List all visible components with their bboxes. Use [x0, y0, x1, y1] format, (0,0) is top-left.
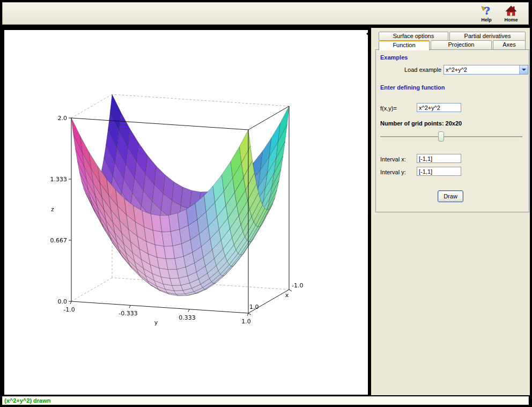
plot-panel [4, 30, 368, 395]
tab-projection[interactable]: Projection [431, 40, 492, 50]
draw-button[interactable]: Draw [438, 190, 463, 202]
load-example-combobox[interactable]: x^2+y^2 [444, 65, 528, 75]
combobox-value: x^2+y^2 [446, 66, 518, 73]
settings-panel: Surface options Partial derivatives Func… [371, 28, 530, 395]
tab-row-secondary: Surface options Partial derivatives [379, 32, 526, 40]
home-button[interactable]: Home [500, 4, 522, 24]
slider-track[interactable] [380, 136, 522, 137]
grid-points-label: Number of grid points: 20x20 [380, 120, 462, 127]
load-example-label: Load example [380, 66, 441, 73]
home-icon [500, 4, 522, 17]
chevron-down-icon [522, 69, 526, 71]
status-text: (x^2+y^2) drawn [4, 397, 51, 404]
combobox-dropdown-button[interactable] [519, 65, 528, 74]
status-bar: (x^2+y^2) drawn [2, 396, 529, 405]
tab-surface-options[interactable]: Surface options [379, 32, 448, 40]
help-label: Help [476, 17, 497, 23]
tab-row-primary: Function Projection Axes [379, 40, 526, 50]
grid-points-slider[interactable] [380, 131, 522, 142]
define-section-title: Enter defining function [380, 84, 445, 91]
interval-x-input[interactable] [417, 154, 461, 163]
function-tab-page: Examples Load example x^2+y^2 Enter defi… [375, 49, 529, 212]
fxy-label: f(x,y)= [380, 105, 397, 112]
tab-partial-derivatives[interactable]: Partial derivatives [449, 32, 526, 40]
interval-y-input[interactable] [417, 167, 461, 176]
interval-x-label: Interval x: [380, 156, 406, 162]
grid-slider-thumb[interactable] [438, 131, 444, 142]
examples-section-title: Examples [380, 54, 408, 61]
interval-y-label: Interval y: [380, 169, 406, 175]
help-icon: ? [476, 4, 497, 17]
tab-function[interactable]: Function [379, 40, 430, 50]
panel-collapse-handle[interactable] [366, 30, 371, 38]
fxy-input[interactable] [417, 103, 461, 112]
toolbar: ? Help Home [2, 2, 529, 25]
surface-plot-canvas[interactable] [4, 30, 368, 395]
help-button[interactable]: ? Help [476, 4, 497, 24]
tab-axes[interactable]: Axes [493, 40, 526, 50]
home-label: Home [500, 17, 522, 23]
svg-text:?: ? [484, 5, 490, 17]
